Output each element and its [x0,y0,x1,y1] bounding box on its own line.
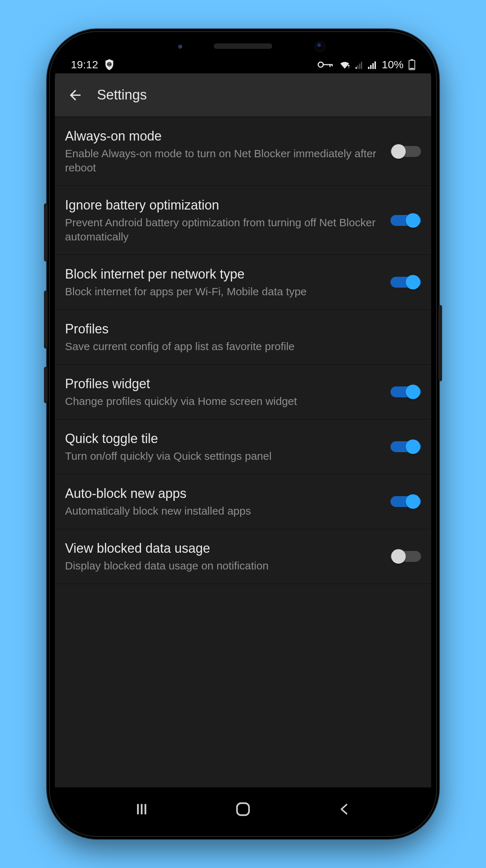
setting-description: Display blocked data usage on notificati… [65,559,380,573]
status-left: 19:12 [71,58,114,71]
setting-row-quick_tile[interactable]: Quick toggle tileTurn on/off quickly via… [55,419,431,474]
toggle-block_per_net[interactable] [390,274,421,290]
nav-home-button[interactable] [232,798,254,820]
toggle-always_on[interactable] [390,143,421,159]
svg-rect-7 [359,64,360,69]
setting-row-profiles_widget[interactable]: Profiles widgetChange profiles quickly v… [55,365,431,419]
back-button[interactable] [65,85,85,105]
battery-icon [409,59,415,70]
setting-row-view_blocked[interactable]: View blocked data usageDisplay blocked d… [55,529,431,584]
settings-list[interactable]: Always-on modeEnable Always-on mode to t… [55,117,431,787]
toggle-quick_tile[interactable] [390,439,421,455]
phone-frame: 19:12 [47,29,439,839]
svg-rect-18 [145,804,146,815]
svg-rect-2 [323,64,332,65]
setting-text: Block internet per network typeBlock int… [65,266,380,299]
volume-up-button [44,203,48,261]
svg-rect-8 [361,62,362,69]
front-camera [315,42,325,51]
svg-rect-17 [141,804,143,815]
setting-title: Always-on mode [65,128,380,144]
proximity-sensor [178,44,184,51]
screen: 19:12 [55,37,431,831]
svg-rect-19 [237,803,249,815]
setting-text: View blocked data usageDisplay blocked d… [65,540,380,573]
battery-percent: 10% [382,58,404,71]
setting-title: Auto-block new apps [65,485,380,502]
setting-row-ignore_battery[interactable]: Ignore battery optimizationPrevent Andro… [55,186,431,255]
arrow-back-icon [67,87,83,103]
setting-row-block_per_net[interactable]: Block internet per network typeBlock int… [55,255,431,310]
svg-rect-12 [374,61,376,69]
shield-icon [105,59,114,70]
setting-title: Quick toggle tile [65,430,380,447]
svg-rect-6 [357,65,359,69]
svg-rect-11 [372,63,374,69]
navigation-bar [55,787,431,831]
setting-text: Ignore battery optimizationPrevent Andro… [65,197,380,244]
toggle-auto_block[interactable] [390,494,421,510]
toggle-ignore_battery[interactable] [390,212,421,228]
status-time: 19:12 [71,58,98,71]
status-right: 10% [317,58,415,71]
setting-text: Quick toggle tileTurn on/off quickly via… [65,430,380,463]
setting-text: Always-on modeEnable Always-on mode to t… [65,128,380,175]
recents-icon [135,802,149,816]
setting-description: Block internet for apps per Wi-Fi, Mobil… [65,284,380,299]
svg-rect-4 [332,64,333,66]
page-title: Settings [97,87,147,103]
signal-icon [368,60,377,69]
setting-description: Turn on/off quickly via Quick settings p… [65,449,380,463]
setting-description: Save current config of app list as favor… [65,339,421,353]
setting-title: Profiles [65,321,421,337]
nav-recents-button[interactable] [131,798,153,820]
setting-title: Profiles widget [65,376,380,392]
signal-secondary-icon [356,60,363,69]
setting-description: Change profiles quickly via Home screen … [65,394,380,408]
setting-row-profiles[interactable]: ProfilesSave current config of app list … [55,310,431,365]
power-button [438,305,442,381]
status-bar: 19:12 [55,37,431,73]
svg-rect-5 [356,67,357,69]
bixby-button [44,367,48,403]
wifi-icon [339,60,351,69]
setting-description: Enable Always-on mode to turn on Net Blo… [65,146,380,175]
chevron-left-icon [337,802,351,816]
svg-rect-10 [370,65,372,69]
svg-rect-3 [329,64,331,67]
toggle-view_blocked[interactable] [390,548,421,564]
setting-description: Prevent Android battery optimization fro… [65,215,380,244]
setting-text: Profiles widgetChange profiles quickly v… [65,376,380,408]
setting-row-auto_block[interactable]: Auto-block new appsAutomatically block n… [55,474,431,529]
svg-rect-9 [368,67,369,69]
svg-rect-16 [137,804,139,815]
setting-text: Auto-block new appsAutomatically block n… [65,485,380,518]
setting-title: Ignore battery optimization [65,197,380,213]
setting-text: ProfilesSave current config of app list … [65,321,421,353]
vpn-key-icon [317,60,334,69]
setting-row-always_on[interactable]: Always-on modeEnable Always-on mode to t… [55,117,431,186]
nav-back-button[interactable] [333,798,355,820]
svg-point-1 [318,62,323,67]
action-bar: Settings [55,73,431,117]
setting-title: Block internet per network type [65,266,380,282]
setting-description: Automatically block new installed apps [65,504,380,518]
home-icon [235,801,251,817]
speaker-grille [214,44,272,49]
svg-rect-15 [410,68,414,69]
toggle-profiles_widget[interactable] [390,384,421,400]
volume-down-button [44,291,48,349]
setting-title: View blocked data usage [65,540,380,556]
